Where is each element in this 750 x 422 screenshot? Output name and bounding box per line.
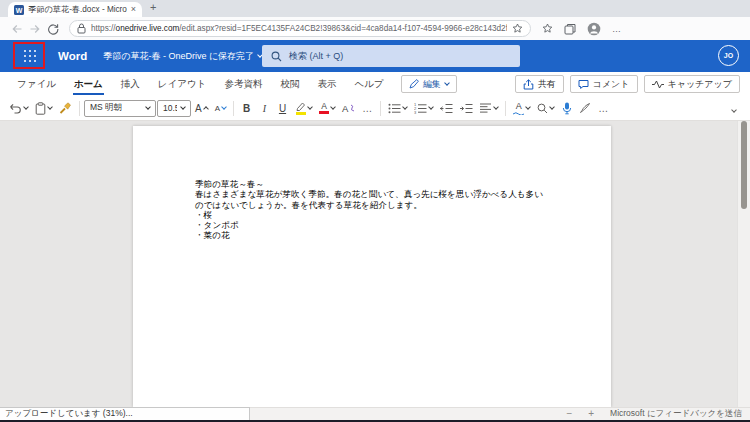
styles-button[interactable]: A	[510, 99, 533, 118]
chevron-down-icon	[526, 104, 532, 110]
url-domain: onedrive.live.com	[116, 24, 180, 33]
highlight-color-button[interactable]	[292, 99, 315, 118]
feedback-link[interactable]: Microsoft にフィードバックを送信	[610, 408, 742, 420]
app-launcher-grid-icon	[24, 50, 37, 63]
find-button[interactable]	[534, 99, 557, 118]
chevron-down-icon	[145, 104, 151, 110]
document-text: 季節の草花～春～ 春はさまざまな草花が芽吹く季節。春の花と聞いて、真っ先に桜を思…	[195, 179, 565, 241]
doc-line-bullet: ・菜の花	[195, 230, 565, 240]
search-icon	[271, 51, 282, 62]
shrink-font-button[interactable]: A	[212, 99, 229, 118]
browser-menu-icon[interactable]: …	[612, 24, 622, 34]
svg-text:W: W	[16, 7, 23, 14]
upload-status-toast: アップロードしています (31%)...	[0, 407, 250, 420]
more-font-options-button[interactable]: …	[359, 99, 376, 118]
undo-button[interactable]	[6, 99, 31, 118]
collections-icon[interactable]	[564, 23, 576, 35]
grow-font-icon: A	[195, 103, 202, 114]
share-icon	[523, 79, 534, 90]
word-header: Word 季節の草花-春 - OneDrive に保存完了 検索 (Alt + …	[0, 40, 750, 72]
bold-button[interactable]: B	[238, 99, 255, 118]
new-tab-button[interactable]: +	[150, 2, 156, 15]
refresh-icon[interactable]	[44, 23, 62, 35]
format-painter-button[interactable]	[56, 99, 75, 118]
account-avatar[interactable]: JO	[718, 45, 739, 66]
document-title-menu[interactable]: 季節の草花-春 - OneDrive に保存完了	[103, 50, 262, 63]
editing-mode-label: 編集	[423, 78, 441, 91]
caret-down-icon	[221, 104, 227, 110]
font-color-icon: A	[319, 102, 329, 115]
clipboard-icon	[35, 102, 46, 115]
divider	[79, 101, 80, 116]
profile-avatar-icon[interactable]	[587, 22, 601, 36]
tab-title: 季節の草花-春.docx - Microsoft W	[28, 4, 127, 15]
zoom-in-button[interactable]: +	[588, 409, 594, 419]
ribbon-tab-bar: ファイル ホーム 挿入 レイアウト 参考資料 校閲 表示 ヘルプ 編集 共有 コ…	[0, 72, 750, 96]
chevron-down-icon	[47, 104, 53, 110]
search-placeholder: 検索 (Alt + Q)	[289, 50, 343, 63]
zoom-out-button[interactable]: −	[566, 409, 572, 419]
document-page[interactable]: 季節の草花～春～ 春はさまざまな草花が芽吹く季節。春の花と聞いて、真っ先に桜を思…	[133, 126, 611, 407]
share-button[interactable]: 共有	[515, 75, 564, 93]
editor-pen-icon	[579, 102, 591, 114]
dictate-button[interactable]	[558, 99, 575, 118]
font-name-combobox[interactable]: MS 明朝	[84, 100, 156, 117]
address-bar[interactable]: https://onedrive.live.com/edit.aspx?resi…	[69, 20, 531, 37]
alignment-button[interactable]	[477, 99, 501, 118]
tab-view[interactable]: 表示	[308, 72, 345, 96]
app-launcher-button[interactable]	[15, 43, 45, 69]
paste-button[interactable]	[32, 99, 55, 118]
tab-layout[interactable]: レイアウト	[149, 72, 216, 96]
chevron-down-icon	[180, 104, 186, 110]
editing-mode-button[interactable]: 編集	[401, 75, 457, 93]
scrollbar-thumb[interactable]	[741, 121, 747, 209]
numbering-button[interactable]: 123	[411, 99, 436, 118]
caret-up-icon	[203, 106, 209, 112]
tab-help[interactable]: ヘルプ	[345, 72, 392, 96]
lock-icon	[77, 23, 86, 34]
url-scheme: https://	[91, 24, 116, 33]
editor-button[interactable]	[576, 99, 594, 118]
microphone-icon	[562, 102, 572, 115]
grow-font-button[interactable]: A	[192, 99, 211, 118]
highlighter-icon	[295, 102, 306, 115]
vertical-scrollbar[interactable]	[737, 121, 750, 407]
bullets-button[interactable]	[385, 99, 410, 118]
italic-button[interactable]: I	[256, 99, 273, 118]
font-size-value: 10.5	[163, 103, 177, 113]
tab-review[interactable]: 校閲	[271, 72, 308, 96]
font-color-button[interactable]: A	[316, 99, 338, 118]
tab-file[interactable]: ファイル	[8, 72, 65, 96]
catch-up-button[interactable]: キャッチアップ	[644, 75, 740, 93]
search-input[interactable]: 検索 (Alt + Q)	[262, 45, 520, 67]
tab-close-icon[interactable]: ×	[131, 5, 136, 14]
doc-line: のではないでしょうか。春を代表する草花を紹介します。	[195, 200, 565, 210]
browser-tab[interactable]: W 季節の草花-春.docx - Microsoft W ×	[8, 2, 142, 17]
decrease-indent-button[interactable]	[437, 99, 456, 118]
text-effects-button[interactable]: A	[339, 99, 358, 118]
undo-icon	[9, 102, 22, 114]
increase-indent-button[interactable]	[457, 99, 476, 118]
tab-insert[interactable]: 挿入	[112, 72, 149, 96]
back-icon[interactable]	[8, 23, 26, 35]
more-commands-button[interactable]: …	[595, 99, 612, 118]
favorites-icon[interactable]	[542, 23, 553, 34]
catch-up-icon	[652, 80, 664, 89]
ribbon-right-actions: 共有 コメント キャッチアップ	[515, 75, 740, 93]
chevron-down-icon	[731, 107, 737, 113]
add-favorite-star-icon[interactable]	[512, 23, 523, 34]
tab-home[interactable]: ホーム	[65, 72, 112, 96]
catch-up-label: キャッチアップ	[668, 78, 732, 91]
comments-button[interactable]: コメント	[570, 75, 638, 93]
font-size-combobox[interactable]: 10.5	[157, 100, 191, 117]
tab-references[interactable]: 参考資料	[215, 72, 271, 96]
chevron-down-icon	[23, 104, 29, 110]
divider	[380, 101, 381, 116]
underline-button[interactable]: U	[274, 99, 291, 118]
forward-icon[interactable]	[26, 23, 44, 35]
url-path: /edit.aspx?resid=1F5EC4135FA24CB2!39863&…	[179, 24, 507, 33]
pencil-icon	[409, 79, 419, 89]
text-effects-icon: A	[342, 103, 348, 114]
collapse-ribbon-button[interactable]	[732, 99, 736, 117]
chevron-down-icon	[330, 104, 336, 110]
